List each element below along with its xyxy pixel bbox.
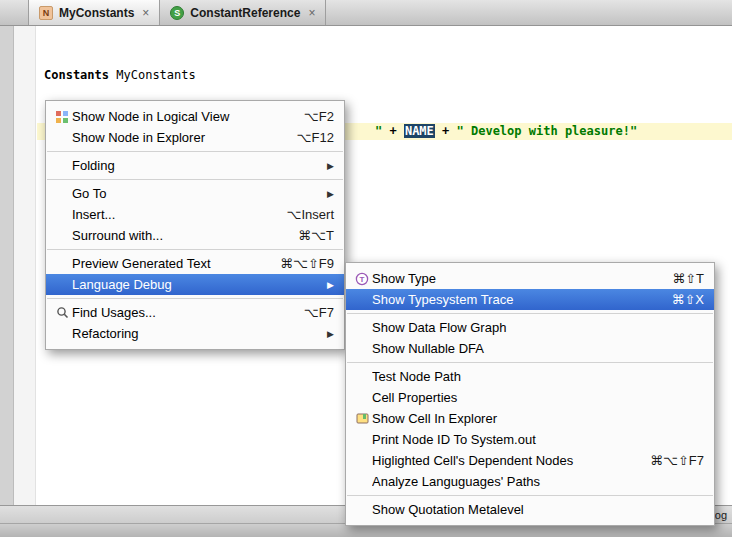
concept-icon: S	[170, 6, 184, 20]
logical-view-icon	[52, 111, 72, 123]
menu-item-highlighted-cells-dependent-nodes[interactable]: Higlighted Cell's Dependent Nodes ⌘⌥⇧F7	[346, 450, 714, 471]
tab-constantreference[interactable]: S ConstantReference ×	[160, 0, 326, 25]
node-icon: N	[39, 6, 53, 20]
tab-label: MyConstants	[59, 6, 134, 20]
menu-item-find-usages[interactable]: Find Usages... ⌥F7	[46, 302, 344, 323]
menu-item-shortcut: ⌘⌥⇧F9	[280, 256, 334, 271]
submenu-arrow-icon: ▶	[327, 189, 334, 199]
menu-item-shortcut: ⌥F12	[297, 130, 334, 145]
menu-item-print-node-id[interactable]: Print Node ID To System.out	[346, 429, 714, 450]
plus-operator: +	[435, 124, 457, 138]
menu-item-label: Print Node ID To System.out	[372, 432, 704, 447]
type-icon: T	[352, 272, 372, 286]
submenu-arrow-icon: ▶	[327, 161, 334, 171]
menu-item-label: Find Usages...	[72, 305, 284, 320]
menu-item-label: Go To	[72, 186, 307, 201]
menu-item-analyze-languages-paths[interactable]: Analyze Languguages' Paths	[346, 471, 714, 492]
menu-item-test-node-path[interactable]: Test Node Path	[346, 366, 714, 387]
editor-gutter	[14, 26, 36, 505]
plus-operator: +	[382, 124, 404, 138]
ide-window: N MyConstants × S ConstantReference × " …	[0, 0, 732, 537]
menu-item-label: Higlighted Cell's Dependent Nodes	[372, 453, 630, 468]
menu-item-shortcut: ⌘⇧T	[672, 271, 704, 286]
menu-item-cell-properties[interactable]: Cell Properties	[346, 387, 714, 408]
close-icon[interactable]: ×	[308, 6, 315, 20]
search-icon	[52, 306, 72, 319]
name-reference-token[interactable]: NAME	[404, 124, 435, 138]
menu-item-shortcut: ⌥Insert	[287, 207, 335, 222]
menu-item-label: Show Quotation Metalevel	[372, 502, 704, 517]
menu-item-label: Refactoring	[72, 326, 307, 341]
menu-item-label: Folding	[72, 158, 307, 173]
menu-item-preview-generated-text[interactable]: Preview Generated Text ⌘⌥⇧F9	[46, 253, 344, 274]
menu-item-refactoring[interactable]: Refactoring ▶	[46, 323, 344, 344]
menu-item-label: Show Type	[372, 271, 652, 286]
menu-item-label: Cell Properties	[372, 390, 704, 405]
menu-item-surround-with[interactable]: Surround with... ⌘⌥T	[46, 225, 344, 246]
menu-item-shortcut: ⌘⌥⇧F7	[650, 453, 704, 468]
menu-item-label: Language Debug	[72, 277, 307, 292]
menu-separator	[347, 362, 713, 363]
menu-item-show-type[interactable]: T Show Type ⌘⇧T	[346, 268, 714, 289]
language-debug-submenu: T Show Type ⌘⇧T Show Typesystem Trace ⌘⇧…	[345, 262, 715, 526]
menu-item-show-cell-in-explorer[interactable]: Show Cell In Explorer	[346, 408, 714, 429]
menu-item-label: Show Node in Explorer	[72, 130, 277, 145]
menu-item-shortcut: ⌥F2	[304, 109, 334, 124]
menu-item-language-debug[interactable]: Language Debug ▶	[46, 274, 344, 295]
menu-separator	[47, 179, 343, 180]
menu-item-show-typesystem-trace[interactable]: Show Typesystem Trace ⌘⇧X	[346, 289, 714, 310]
tab-label: ConstantReference	[190, 6, 300, 20]
menu-item-label: Test Node Path	[372, 369, 704, 384]
menu-separator	[347, 495, 713, 496]
keyword: Constants	[44, 68, 109, 82]
menu-item-shortcut: ⌘⌥T	[298, 228, 334, 243]
menu-separator	[47, 249, 343, 250]
menu-item-shortcut: ⌥F7	[304, 305, 334, 320]
menu-item-shortcut: ⌘⇧X	[671, 292, 704, 307]
menu-item-label: Show Typesystem Trace	[372, 292, 651, 307]
menu-item-folding[interactable]: Folding ▶	[46, 155, 344, 176]
menu-item-label: Show Cell In Explorer	[372, 411, 704, 426]
close-icon[interactable]: ×	[142, 6, 149, 20]
menu-item-insert[interactable]: Insert... ⌥Insert	[46, 204, 344, 225]
string-literal: " Develop with pleasure!"	[457, 124, 638, 138]
menu-separator	[347, 313, 713, 314]
submenu-arrow-icon: ▶	[327, 329, 334, 339]
code-text: MyConstants	[109, 68, 196, 82]
menu-item-label: Show Nullable DFA	[372, 341, 704, 356]
menu-item-go-to[interactable]: Go To ▶	[46, 183, 344, 204]
menu-separator	[47, 151, 343, 152]
tab-myconstants[interactable]: N MyConstants ×	[28, 0, 160, 25]
code-fragment: " + NAME + " Develop with pleasure!"	[375, 124, 637, 138]
menu-item-show-node-in-logical-view[interactable]: Show Node in Logical View ⌥F2	[46, 106, 344, 127]
submenu-arrow-icon: ▶	[327, 280, 334, 290]
context-menu: Show Node in Logical View ⌥F2 Show Node …	[45, 100, 345, 350]
menu-item-label: Preview Generated Text	[72, 256, 260, 271]
menu-item-label: Show Data Flow Graph	[372, 320, 704, 335]
menu-item-label: Analyze Languguages' Paths	[372, 474, 704, 489]
menu-item-show-nullable-dfa[interactable]: Show Nullable DFA	[346, 338, 714, 359]
tool-window-stripe	[0, 26, 14, 505]
menu-item-label: Insert...	[72, 207, 267, 222]
menu-item-show-data-flow-graph[interactable]: Show Data Flow Graph	[346, 317, 714, 338]
editor-tab-bar: N MyConstants × S ConstantReference ×	[0, 0, 732, 26]
menu-item-show-quotation-metalevel[interactable]: Show Quotation Metalevel	[346, 499, 714, 520]
menu-item-label: Show Node in Logical View	[72, 109, 284, 124]
explorer-book-icon	[352, 412, 372, 425]
svg-text:T: T	[360, 275, 365, 284]
menu-separator	[47, 298, 343, 299]
menu-item-show-node-in-explorer[interactable]: Show Node in Explorer ⌥F12	[46, 127, 344, 148]
code-line: Constants MyConstants	[44, 68, 311, 83]
menu-item-label: Surround with...	[72, 228, 278, 243]
